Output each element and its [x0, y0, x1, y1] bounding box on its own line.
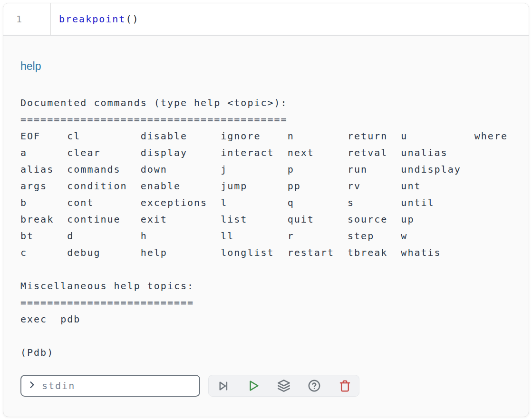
code-parens: () [126, 13, 139, 25]
code-line: breakpoint() [51, 13, 139, 25]
question-circle-icon [308, 379, 321, 392]
erase-button[interactable] [338, 379, 352, 393]
chevron-right-icon [27, 380, 37, 391]
layers-icon [277, 379, 290, 392]
console-output-area: help Documented commands (type help <top… [3, 59, 529, 397]
io-row [20, 375, 512, 397]
debug-toolbar [208, 375, 359, 397]
echoed-command: help [20, 59, 512, 74]
line-number-gutter: 1 [3, 3, 51, 35]
stdin-input-box[interactable] [20, 375, 200, 397]
skip-button[interactable] [216, 379, 230, 393]
line-number: 1 [16, 13, 23, 25]
help-button[interactable] [307, 379, 321, 393]
stdin-input[interactable] [41, 380, 193, 392]
play-icon [247, 379, 260, 392]
pdb-help-output: Documented commands (type help <topic>):… [20, 95, 512, 361]
code-editor[interactable]: 1 breakpoint() [3, 3, 529, 36]
snoop-button[interactable] [277, 379, 291, 393]
console-card: 1 breakpoint() help Documented commands … [3, 3, 529, 417]
run-button[interactable] [246, 379, 261, 393]
skip-forward-icon [217, 380, 230, 392]
code-function-name: breakpoint [59, 13, 126, 25]
trash-icon [339, 380, 351, 392]
